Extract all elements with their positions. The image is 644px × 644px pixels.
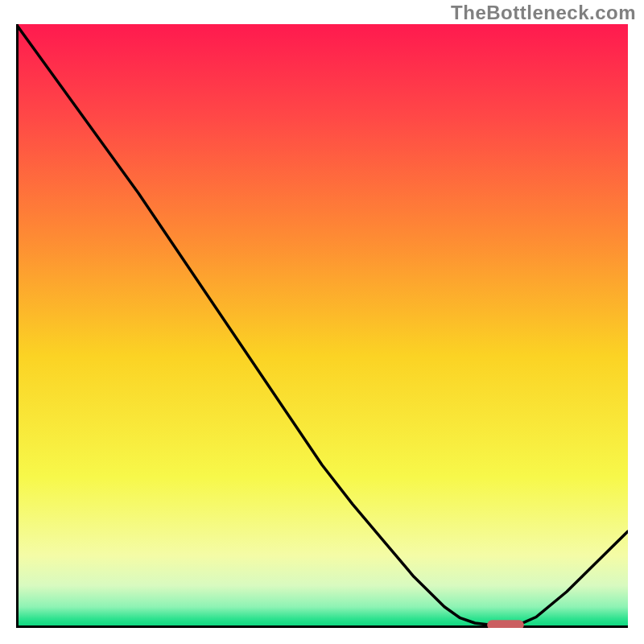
chart-container: TheBottleneck.com <box>0 0 644 644</box>
gradient-background <box>16 24 628 628</box>
plot-svg <box>16 24 628 628</box>
watermark-text: TheBottleneck.com <box>451 2 636 24</box>
optimal-marker <box>487 620 524 628</box>
plot-frame <box>16 24 628 628</box>
